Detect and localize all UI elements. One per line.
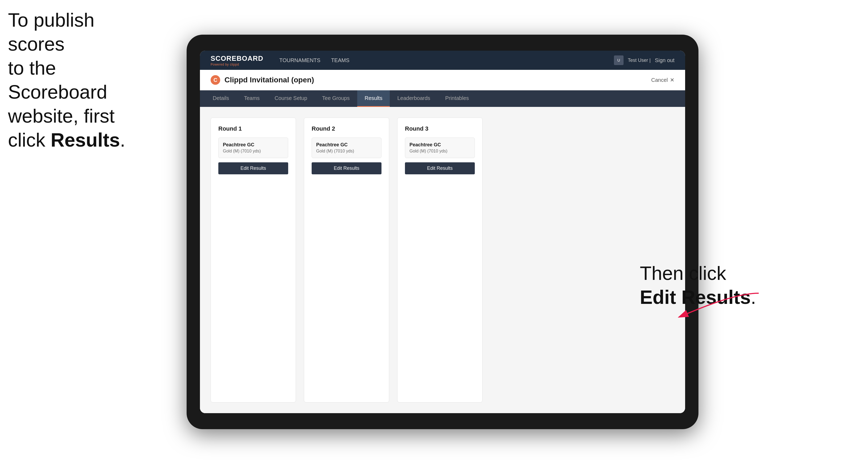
- logo: SCOREBOARD Powered by clippd: [211, 54, 264, 66]
- round-2-course-name: Peachtree GC: [316, 142, 377, 148]
- user-name: Test User |: [628, 58, 651, 63]
- round-1-edit-results-button[interactable]: Edit Results: [218, 162, 288, 174]
- round-2-title: Round 2: [312, 125, 381, 132]
- tablet-device: SCOREBOARD Powered by clippd TOURNAMENTS…: [187, 35, 699, 429]
- logo-main: SCOREBOARD: [211, 54, 264, 63]
- round-3-course-details: Gold (M) (7010 yds): [409, 149, 470, 154]
- round-1-title: Round 1: [218, 125, 288, 132]
- round-2-course-details: Gold (M) (7010 yds): [316, 149, 377, 154]
- tab-navigation: Details Teams Course Setup Tee Groups Re…: [200, 90, 685, 107]
- tournament-header: C Clippd Invitational (open) Cancel ✕: [200, 70, 685, 90]
- round-3-title: Round 3: [405, 125, 475, 132]
- round-1-course-info: Peachtree GC Gold (M) (7010 yds): [218, 137, 288, 158]
- nav-teams[interactable]: TEAMS: [331, 55, 349, 66]
- round-1-course-name: Peachtree GC: [223, 142, 284, 148]
- round-3-card: Round 3 Peachtree GC Gold (M) (7010 yds)…: [397, 118, 483, 403]
- nav-links: TOURNAMENTS TEAMS: [279, 55, 614, 66]
- tab-tee-groups[interactable]: Tee Groups: [315, 90, 357, 107]
- tablet-screen: SCOREBOARD Powered by clippd TOURNAMENTS…: [200, 51, 685, 413]
- nav-right: U Test User | Sign out: [614, 55, 675, 66]
- round-1-card: Round 1 Peachtree GC Gold (M) (7010 yds)…: [211, 118, 296, 403]
- round-3-course-name: Peachtree GC: [409, 142, 470, 148]
- round-1-course-details: Gold (M) (7010 yds): [223, 149, 284, 154]
- top-navigation: SCOREBOARD Powered by clippd TOURNAMENTS…: [200, 51, 685, 70]
- tournament-title: C Clippd Invitational (open): [211, 75, 314, 85]
- tournament-icon: C: [211, 75, 220, 85]
- tab-printables[interactable]: Printables: [438, 90, 476, 107]
- tab-leaderboards[interactable]: Leaderboards: [390, 90, 437, 107]
- user-avatar: U: [614, 56, 624, 65]
- nav-tournaments[interactable]: TOURNAMENTS: [279, 55, 320, 66]
- cancel-button[interactable]: Cancel ✕: [651, 77, 675, 83]
- tab-teams[interactable]: Teams: [237, 90, 267, 107]
- round-2-course-info: Peachtree GC Gold (M) (7010 yds): [312, 137, 381, 158]
- logo-sub: Powered by clippd: [211, 63, 264, 66]
- round-2-card: Round 2 Peachtree GC Gold (M) (7010 yds)…: [304, 118, 389, 403]
- instruction-left: To publish scores to the Scoreboard webs…: [8, 8, 136, 152]
- round-3-edit-results-button[interactable]: Edit Results: [405, 162, 475, 174]
- tab-course-setup[interactable]: Course Setup: [267, 90, 315, 107]
- main-content: Round 1 Peachtree GC Gold (M) (7010 yds)…: [200, 107, 685, 413]
- instruction-right: Then click Edit Results.: [640, 261, 756, 309]
- tab-details[interactable]: Details: [205, 90, 237, 107]
- round-3-course-info: Peachtree GC Gold (M) (7010 yds): [405, 137, 475, 158]
- signout-link[interactable]: Sign out: [655, 55, 675, 66]
- tournament-name: Clippd Invitational (open): [224, 76, 314, 84]
- tab-results[interactable]: Results: [357, 90, 390, 107]
- round-2-edit-results-button[interactable]: Edit Results: [312, 162, 381, 174]
